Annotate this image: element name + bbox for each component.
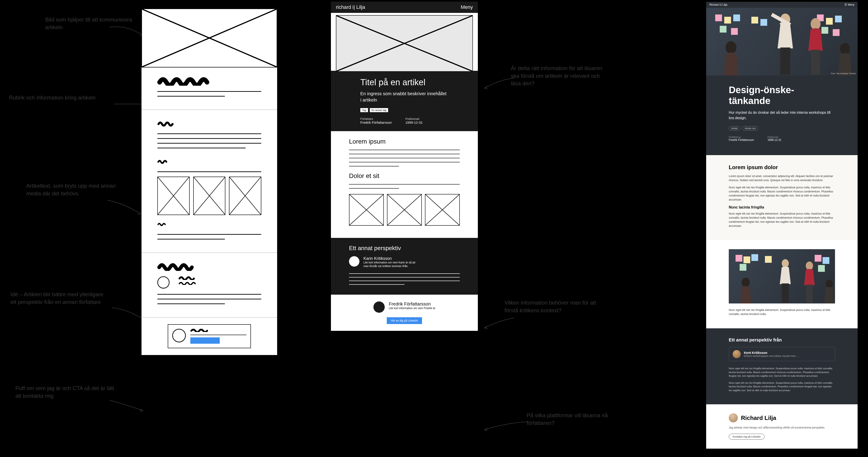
hifi-perspective: Ett annat perspektiv från Kent Kritiksso… bbox=[706, 328, 858, 404]
sketch-body-section bbox=[142, 110, 277, 252]
body-h3: Nunc lacinia fringilla bbox=[729, 205, 835, 209]
annotation-body: Artikeltext, som bryts upp med annan med… bbox=[26, 182, 126, 197]
body-paragraph: Lorem ipsum dolor sit amet, consectetur … bbox=[729, 174, 835, 182]
sketch-wireframe bbox=[142, 8, 277, 355]
cta-button-placeholder[interactable] bbox=[190, 337, 220, 344]
critic-name: Kent Kritiksson bbox=[744, 351, 799, 355]
svg-point-27 bbox=[826, 280, 833, 288]
body-image bbox=[729, 249, 835, 303]
cta-button[interactable]: Kontakta mig på LinkedIn bbox=[729, 434, 765, 439]
svg-point-22 bbox=[742, 278, 750, 287]
brand: richard i| Lilja bbox=[336, 4, 365, 10]
perspective-title: Ett annat perspektiv från bbox=[729, 337, 835, 342]
body-h2: Lorem ipsum dolor bbox=[729, 164, 835, 171]
footer-author-bio: Lite kort information om vem Fredrik är bbox=[389, 307, 435, 310]
tag[interactable]: Tag bbox=[360, 108, 368, 112]
svg-rect-24 bbox=[782, 283, 789, 303]
tag[interactable]: En annan tag bbox=[370, 108, 388, 112]
svg-rect-18 bbox=[780, 48, 790, 74]
squiggle-subhead2-icon bbox=[157, 157, 194, 166]
body-h2: Dolor et sit bbox=[349, 172, 460, 180]
hifi-mockup: Richard I2 Lilja ☰ Meny Foto: Yan Krukau… bbox=[706, 2, 858, 449]
brand: Richard I2 Lilja bbox=[709, 3, 727, 6]
avatar bbox=[729, 414, 738, 422]
critic-name: Karin Kritiksson bbox=[364, 256, 418, 261]
footer-author-name: Fredrik Författarsson bbox=[389, 301, 435, 307]
photo-credit: Foto: Yan Krukauis / Pexels bbox=[831, 72, 856, 74]
avatar-placeholder-icon bbox=[172, 329, 186, 342]
published-date: 1999-12-31 bbox=[767, 139, 781, 142]
body-paragraph: Nunc eget elit nec leo fringilla element… bbox=[729, 308, 835, 316]
body-image-placeholder bbox=[157, 177, 190, 215]
squiggle-title-icon bbox=[157, 77, 248, 86]
hero-placeholder-image bbox=[142, 8, 277, 67]
hero-placeholder-image bbox=[336, 15, 473, 72]
body-h2: Lorem ipsum bbox=[349, 138, 460, 145]
annotation-platforms: På vilka plattformar vill läsarna nå för… bbox=[527, 412, 626, 427]
svg-point-25 bbox=[806, 262, 813, 270]
avatar-placeholder-icon bbox=[157, 276, 169, 288]
svg-rect-26 bbox=[806, 285, 813, 303]
article-title: Titel på en artikel bbox=[360, 78, 448, 87]
sketch-perspective-section bbox=[142, 252, 277, 317]
footer-author-name: Richard Lilja bbox=[741, 415, 776, 422]
lofi-wireframe: richard i| Lilja Meny Titel på en artike… bbox=[331, 2, 478, 331]
hifi-body-2: Nunc eget elit nec leo fringilla element… bbox=[706, 240, 858, 328]
body-paragraph: Nunc eget elit nec leo fringilla element… bbox=[729, 185, 835, 202]
tag[interactable]: design-ops bbox=[742, 126, 758, 130]
menu-button[interactable]: Meny bbox=[461, 4, 473, 10]
avatar bbox=[733, 350, 741, 358]
author-label: Författare bbox=[360, 117, 392, 121]
lofi-body: Lorem ipsum Dolor et sit bbox=[331, 131, 478, 238]
body-image-placeholder bbox=[425, 194, 460, 226]
svg-point-16 bbox=[725, 41, 737, 54]
svg-point-21 bbox=[840, 43, 850, 55]
body-image-placeholder bbox=[387, 194, 422, 226]
tag[interactable]: design bbox=[729, 126, 740, 130]
hero-image: Foto: Yan Krukauis / Pexels bbox=[706, 8, 858, 75]
body-paragraph: Nunc eget elit nec leo fringilla element… bbox=[729, 212, 835, 228]
hifi-body-1: Lorem ipsum dolor Lorem ipsum dolor sit … bbox=[706, 155, 858, 240]
article-title: Design-önske-tänkande bbox=[729, 85, 835, 106]
published-label: Publicerad bbox=[767, 136, 781, 139]
menu-button[interactable]: ☰ Meny bbox=[844, 3, 855, 6]
lofi-footer: Fredrik Författarsson Lite kort informat… bbox=[331, 295, 478, 331]
avatar bbox=[373, 301, 385, 313]
perspective-paragraph: Nunc eget elit nec leo fringilla element… bbox=[729, 381, 835, 392]
published-label: Publicerad bbox=[405, 117, 423, 121]
hifi-hero: Foto: Yan Krukauis / Pexels Design-önske… bbox=[706, 8, 858, 155]
perspective-title: Ett annat perspektiv bbox=[349, 245, 460, 252]
critic-bio: Lite kort information om vem Karin är så… bbox=[364, 261, 418, 268]
cta-button[interactable]: Hör av dig på LinkedIn bbox=[387, 317, 422, 324]
article-ingress: Hur mycket du än önskar det så leder int… bbox=[729, 110, 835, 121]
annotation-author-puff: Puff om vem jag är och CTA så det är lät… bbox=[16, 385, 115, 400]
squiggle-card-name-icon bbox=[190, 329, 230, 332]
critic-card[interactable]: Kent Kritiksson Erfaren workshoppare som… bbox=[729, 347, 835, 361]
annotation-right-info: Är detta rätt information för att läsare… bbox=[511, 64, 610, 87]
annotation-critic-context: Vilken information behöver man för att f… bbox=[504, 299, 604, 314]
squiggle-subhead-icon bbox=[157, 119, 204, 128]
squiggle-bio-icon bbox=[179, 282, 210, 285]
body-image-placeholder bbox=[229, 177, 261, 215]
sketch-footer-section bbox=[142, 317, 277, 355]
lofi-perspective: Ett annat perspektiv Karin Kritiksson Li… bbox=[331, 238, 478, 295]
svg-rect-20 bbox=[811, 50, 820, 74]
author-name: Fredrik Författarsson bbox=[360, 121, 392, 124]
author-card bbox=[168, 324, 251, 348]
svg-point-19 bbox=[811, 18, 820, 30]
annotation-heading: Rubrik och information kring artikeln bbox=[9, 94, 96, 101]
squiggle-persp-title-icon bbox=[157, 262, 230, 271]
svg-point-23 bbox=[782, 259, 789, 268]
published-date: 1999-12-31 bbox=[405, 121, 423, 124]
footer-author-bio: Jag arbetar med design och affärsutveckl… bbox=[729, 426, 835, 430]
lofi-hero-text: Titel på en artikel En ingress som snabb… bbox=[331, 71, 478, 131]
critic-bio: Erfaren workshoppare som jobbar mycket m… bbox=[744, 355, 799, 357]
author-name: Fredrik Författarsson bbox=[729, 139, 754, 142]
author-label: Författad av bbox=[729, 136, 754, 139]
lofi-header: richard i| Lilja Meny bbox=[331, 2, 478, 13]
body-image-placeholder bbox=[349, 194, 384, 226]
body-image-placeholder bbox=[193, 177, 225, 215]
avatar bbox=[349, 256, 360, 267]
squiggle-name-icon bbox=[179, 276, 215, 280]
hifi-header: Richard I2 Lilja ☰ Meny bbox=[706, 2, 858, 8]
